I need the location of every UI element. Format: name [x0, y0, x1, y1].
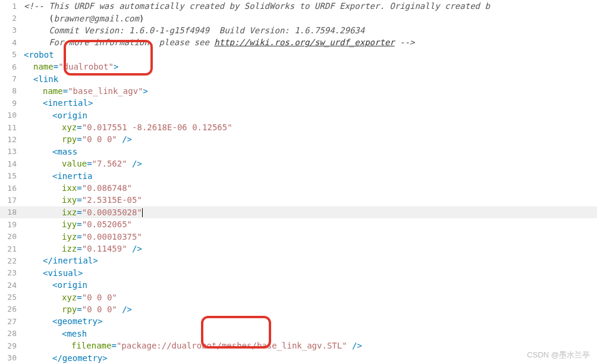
- code-content[interactable]: <origin: [24, 111, 597, 120]
- str-token: "package://dualrobot/meshes/base_link_ag…: [117, 341, 347, 350]
- tag-token: inertia: [57, 171, 92, 181]
- code-line[interactable]: 21izz="0.11459" />: [0, 243, 597, 255]
- code-line[interactable]: 30</geometry>: [0, 352, 597, 363]
- code-line[interactable]: 22</inertial>: [0, 255, 597, 266]
- code-content[interactable]: filename="package://dualrobot/meshes/bas…: [24, 341, 597, 350]
- code-content[interactable]: xyz="0 0 0": [24, 293, 597, 302]
- code-line[interactable]: 6name="dualrobot">: [0, 61, 597, 73]
- code-content[interactable]: ixx="0.086748": [24, 183, 597, 193]
- code-line[interactable]: 9<inertial>: [0, 97, 597, 109]
- code-line[interactable]: 20iyz="0.00010375": [0, 230, 597, 242]
- code-content[interactable]: (brawner@gmail.com): [24, 14, 597, 23]
- code-line[interactable]: 5<robot: [0, 49, 597, 61]
- code-content[interactable]: izz="0.11459" />: [24, 244, 597, 253]
- comment-token: For more information, please see: [49, 37, 214, 47]
- code-content[interactable]: rpy="0 0 0" />: [24, 134, 597, 144]
- code-editor[interactable]: 1<!-- This URDF was automatically create…: [0, 0, 597, 364]
- code-line[interactable]: 19iyy="0.052065": [0, 218, 597, 230]
- line-number: 9: [0, 99, 24, 108]
- line-number: 15: [0, 171, 24, 180]
- code-content[interactable]: Commit Version: 1.6.0-1-g15f4949 Build V…: [24, 26, 597, 35]
- punct-token: =: [77, 123, 81, 132]
- code-content[interactable]: rpy="0 0 0" />: [24, 305, 597, 314]
- punct-token: =: [111, 341, 116, 350]
- code-line[interactable]: 8name="base_link_agv">: [0, 85, 597, 97]
- code-line[interactable]: 23<visual>: [0, 267, 597, 279]
- code-line[interactable]: 27<geometry>: [0, 315, 597, 327]
- code-content[interactable]: ixy="2.5315E-05": [24, 195, 597, 205]
- code-content[interactable]: <link: [24, 74, 597, 84]
- line-number: 18: [0, 208, 24, 216]
- code-line[interactable]: 14value="7.562" />: [0, 158, 597, 170]
- punct-token: >: [114, 62, 118, 71]
- punct-token: =: [77, 244, 81, 253]
- attr-token: name: [33, 62, 54, 71]
- code-line[interactable]: 2 (brawner@gmail.com): [0, 12, 597, 24]
- punct-token: =: [77, 293, 81, 302]
- code-line[interactable]: 16ixx="0.086748": [0, 182, 597, 194]
- code-line[interactable]: 13<mass: [0, 146, 597, 158]
- code-content[interactable]: name="base_link_agv">: [24, 86, 597, 96]
- line-number: 29: [0, 341, 24, 350]
- line-number: 3: [0, 26, 24, 34]
- code-line[interactable]: 10<origin: [0, 109, 597, 121]
- line-number: 21: [0, 244, 24, 253]
- punct-token: />: [127, 159, 142, 168]
- code-content[interactable]: <geometry>: [24, 316, 597, 326]
- line-number: 30: [0, 353, 24, 362]
- code-line[interactable]: 26rpy="0 0 0" />: [0, 303, 597, 315]
- plain-token: (: [24, 14, 54, 23]
- punct-token: />: [117, 134, 132, 144]
- str-token: "base_link_agv": [68, 86, 143, 96]
- line-number: 10: [0, 111, 24, 120]
- code-content[interactable]: iyz="0.00010375": [24, 232, 597, 241]
- punct-token: />: [127, 244, 142, 253]
- code-content[interactable]: <visual>: [24, 268, 597, 278]
- str-token: "0 0 0": [82, 305, 117, 314]
- attr-token: ixx: [62, 183, 77, 193]
- code-content[interactable]: <inertia: [24, 171, 597, 181]
- line-number: 11: [0, 123, 24, 132]
- code-line[interactable]: 4 For more information, please see http:…: [0, 36, 597, 48]
- code-line[interactable]: 7<link: [0, 73, 597, 84]
- line-number: 14: [0, 159, 24, 168]
- code-content[interactable]: </geometry>: [24, 353, 597, 363]
- code-content[interactable]: <inertial>: [24, 98, 597, 108]
- code-line[interactable]: 17ixy="2.5315E-05": [0, 194, 597, 206]
- code-content[interactable]: <!-- This URDF was automatically created…: [24, 1, 597, 11]
- code-line[interactable]: 29filename="package://dualrobot/meshes/b…: [0, 340, 597, 352]
- code-line[interactable]: 24<origin: [0, 279, 597, 291]
- tag-token: inertial: [48, 98, 87, 108]
- code-line[interactable]: 25xyz="0 0 0": [0, 291, 597, 303]
- punct-token: >: [78, 268, 83, 278]
- code-content[interactable]: name="dualrobot">: [24, 62, 597, 71]
- code-content[interactable]: ixz="0.00035028": [24, 208, 597, 218]
- attr-token: iyy: [62, 219, 77, 229]
- line-number: 23: [0, 268, 24, 277]
- punct-token: >: [143, 86, 148, 96]
- code-content[interactable]: </inertial>: [24, 256, 597, 265]
- code-content[interactable]: xyz="0.017551 -8.2618E-06 0.12565": [24, 123, 597, 132]
- punct-token: =: [54, 62, 58, 71]
- line-number: 5: [0, 50, 24, 59]
- code-content[interactable]: <robot: [24, 50, 597, 59]
- line-number: 16: [0, 184, 24, 193]
- punct-token: =: [77, 208, 81, 217]
- code-content[interactable]: <mesh: [24, 329, 597, 338]
- code-line[interactable]: 15<inertia: [0, 170, 597, 181]
- comment-token: brawner@gmail.com: [54, 14, 139, 23]
- punct-token: >: [98, 316, 102, 326]
- code-content[interactable]: For more information, please see http://…: [24, 37, 597, 47]
- str-token: "7.562": [92, 159, 127, 168]
- code-line[interactable]: 11xyz="0.017551 -8.2618E-06 0.12565": [0, 121, 597, 133]
- code-content[interactable]: value="7.562" />: [24, 159, 597, 168]
- code-line[interactable]: 28<mesh: [0, 328, 597, 340]
- code-content[interactable]: <mass: [24, 147, 597, 156]
- code-line[interactable]: 12rpy="0 0 0" />: [0, 133, 597, 145]
- plain-token: [24, 37, 49, 47]
- code-line[interactable]: 3 Commit Version: 1.6.0-1-g15f4949 Build…: [0, 24, 597, 36]
- code-content[interactable]: <origin: [24, 280, 597, 290]
- code-line[interactable]: 1<!-- This URDF was automatically create…: [0, 0, 597, 12]
- code-line[interactable]: 18ixz="0.00035028": [0, 206, 597, 218]
- code-content[interactable]: iyy="0.052065": [24, 219, 597, 229]
